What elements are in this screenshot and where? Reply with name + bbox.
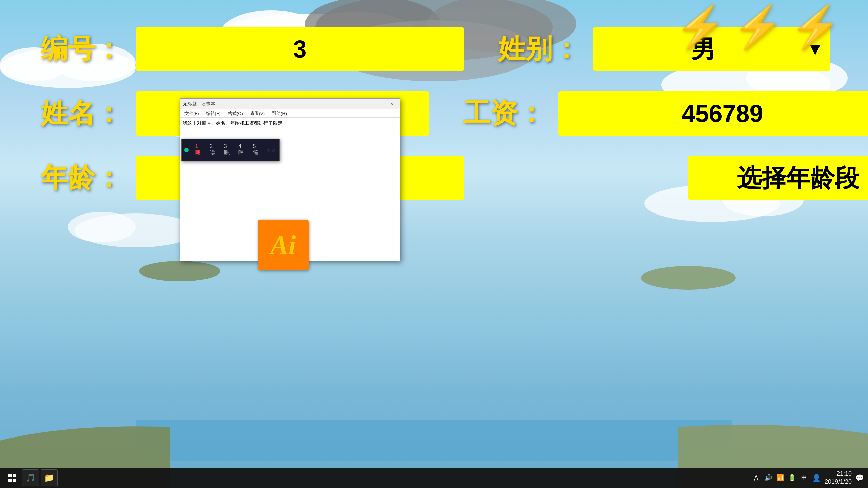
ai-icon[interactable]: Ai [258, 220, 309, 270]
taskbar-right: ⋀ 🔊 📶 🔋 中 👤 21:10 2019/1/ [751, 470, 865, 486]
notepad-menu-help[interactable]: 帮助(H) [269, 110, 290, 117]
autocomplete-header: 1噢 2唉 3嗯 4哩 5筒 ◁ ▷ [182, 139, 279, 161]
start-button[interactable] [3, 469, 20, 486]
age-select[interactable]: 选择年龄段 20以下 20-30 30-40 40-50 50以上 [688, 156, 868, 200]
taskbar: 🎵 📁 ⋀ 🔊 📶 🔋 中 [0, 468, 868, 488]
autocomplete-item-2[interactable]: 2唉 [207, 142, 220, 158]
notepad-controls: — □ ✕ [363, 100, 397, 108]
music-icon: 🎵 [26, 473, 35, 482]
age-dropdown-pair: 选择年龄段 20以下 20-30 30-40 40-50 50以上 [485, 156, 868, 200]
autocomplete-item-5[interactable]: 5筒 [250, 142, 264, 158]
notification-btn[interactable]: 💬 [854, 473, 865, 483]
age-label: 年龄： [27, 160, 122, 196]
autocomplete-prev-btn[interactable]: ◁ [267, 147, 270, 153]
form-row-3: 年龄： 选择年龄段 20以下 20-30 30-40 40-50 50以上 [27, 156, 841, 200]
salary-pair: 工资： [450, 92, 868, 136]
notepad-maximize-btn[interactable]: □ [375, 100, 386, 108]
notification-icon: 💬 [855, 474, 864, 482]
autocomplete-nav: ◁ ▷ [265, 146, 277, 154]
autocomplete-indicator [184, 148, 189, 152]
gender-label: 姓别： [485, 31, 579, 67]
network-btn[interactable]: 📶 [775, 473, 785, 483]
autocomplete-items-list: 1噢 2唉 3嗯 4哩 5筒 [191, 141, 265, 159]
user-icon: 👤 [812, 474, 821, 482]
notepad-menu-format[interactable]: 格式(O) [225, 110, 246, 117]
taskbar-system-icons: ⋀ 🔊 📶 🔋 中 [751, 473, 809, 483]
autocomplete-item-1[interactable]: 1噢 [193, 142, 206, 158]
notepad-menu-view[interactable]: 查看(V) [248, 110, 268, 117]
notepad-close-btn[interactable]: ✕ [386, 100, 397, 108]
salary-input[interactable] [558, 92, 868, 136]
speaker-btn[interactable]: 🔊 [763, 473, 773, 483]
ai-icon-text: Ai [270, 230, 296, 261]
battery-icon: 🔋 [788, 474, 796, 482]
notepad-titlebar[interactable]: 无标题 - 记事本 — □ ✕ [180, 99, 400, 109]
name-label: 姓名： [27, 95, 122, 132]
win-quad-4 [13, 479, 16, 482]
user-icon-btn[interactable]: 👤 [812, 473, 822, 483]
autocomplete-next-btn[interactable]: ▷ [272, 147, 275, 153]
taskbar-left: 🎵 📁 [3, 469, 58, 486]
windows-icon [8, 474, 16, 482]
taskbar-app-music[interactable]: 🎵 [22, 469, 39, 486]
age-select-wrapper: 选择年龄段 20以下 20-30 30-40 40-50 50以上 [688, 156, 868, 200]
win-quad-2 [13, 474, 16, 477]
network-icon: 📶 [776, 474, 784, 482]
ime-btn[interactable]: 中 [799, 473, 809, 483]
notepad-menu-edit[interactable]: 编辑(E) [203, 110, 223, 117]
power-btn[interactable]: 🔋 [787, 473, 797, 483]
expand-tray-btn[interactable]: ⋀ [751, 473, 762, 483]
win-quad-1 [8, 474, 12, 477]
chevron-up-icon: ⋀ [754, 474, 759, 482]
notepad-minimize-btn[interactable]: — [363, 100, 374, 108]
notepad-menu-file[interactable]: 文件(F) [182, 110, 202, 117]
autocomplete-item-4[interactable]: 4哩 [236, 142, 249, 158]
clock-time: 21:10 [825, 470, 852, 478]
taskbar-app-explorer[interactable]: 📁 [41, 469, 58, 486]
autocomplete-popup: 1噢 2唉 3嗯 4哩 5筒 ◁ ▷ [181, 139, 280, 161]
speaker-icon: 🔊 [765, 474, 772, 482]
notepad-menubar: 文件(F) 编辑(E) 格式(O) 查看(V) 帮助(H) [180, 109, 400, 118]
form-row-2: 姓名： 工资： [27, 92, 841, 136]
autocomplete-item-3[interactable]: 3嗯 [221, 142, 235, 158]
id-label: 编号： [27, 31, 122, 67]
ime-indicator: 中 [801, 474, 807, 482]
lightning-icon-1: ⚡ [675, 3, 726, 51]
salary-label: 工资： [450, 95, 545, 132]
notepad-title: 无标题 - 记事本 [183, 101, 215, 107]
taskbar-clock[interactable]: 21:10 2019/1/20 [825, 470, 852, 486]
form-area: 编号： 姓别： 男 女 姓名： 工资： 年龄： [27, 27, 841, 220]
id-input[interactable] [136, 27, 464, 71]
clock-date: 2019/1/20 [825, 478, 852, 486]
lightning-container: ⚡ ⚡ ⚡ [675, 3, 841, 51]
win-quad-3 [8, 479, 12, 482]
lightning-icon-2: ⚡ [732, 3, 783, 51]
lightning-icon-3: ⚡ [790, 3, 841, 51]
id-pair: 编号： [27, 27, 464, 71]
folder-icon: 📁 [44, 473, 54, 483]
